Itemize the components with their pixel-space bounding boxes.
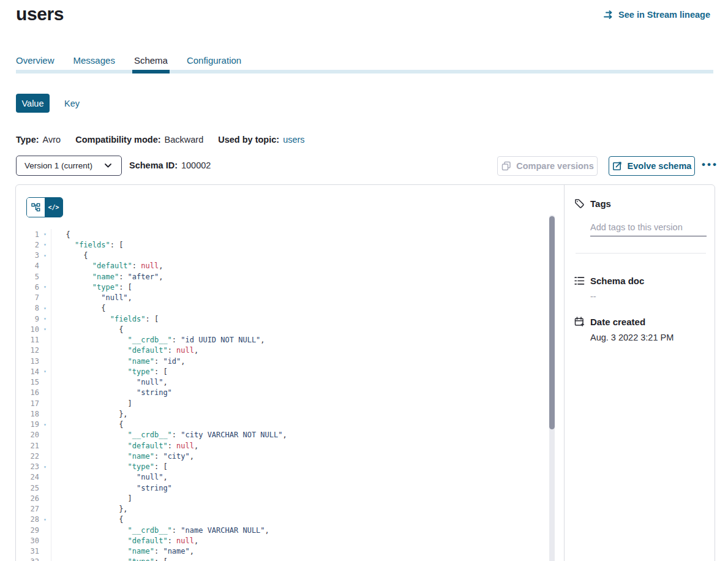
fold-toggle-icon[interactable]: ▾ xyxy=(39,366,51,377)
code-line: 20 "__crdb__": "city VARCHAR NOT NULL", xyxy=(16,430,564,440)
tab-overview[interactable]: Overview xyxy=(16,55,54,70)
code-line: 4 "default": null, xyxy=(16,261,564,271)
evolve-schema-button[interactable]: Evolve schema xyxy=(609,156,695,176)
line-number: 10 xyxy=(16,325,39,334)
code-line: 2▾ "fields": [ xyxy=(16,239,564,250)
tab-configuration[interactable]: Configuration xyxy=(187,55,241,70)
tags-header: Tags xyxy=(574,198,707,209)
tab-messages[interactable]: Messages xyxy=(73,55,115,70)
fold-toggle-icon[interactable]: ▾ xyxy=(39,557,51,561)
schema-doc-value: -- xyxy=(590,292,707,301)
schema-doc-title: Schema doc xyxy=(590,276,644,286)
code-text: { xyxy=(51,515,123,524)
tab-schema[interactable]: Schema xyxy=(134,55,168,70)
tree-view-button[interactable] xyxy=(27,198,45,217)
code-text: "type": [ xyxy=(51,367,168,376)
line-number: 9 xyxy=(16,315,39,323)
code-text: "name": "after", xyxy=(51,273,163,281)
topic-link[interactable]: users xyxy=(283,135,304,145)
compatibility-value: Backward xyxy=(165,135,204,145)
code-text: "null", xyxy=(51,293,132,302)
code-line: 28▾ { xyxy=(16,514,564,525)
code-text: "__crdb__": "city VARCHAR NOT NULL", xyxy=(51,431,287,439)
tag-icon xyxy=(574,198,585,209)
code-line: 14▾ "type": [ xyxy=(16,366,564,377)
type-label: Type: xyxy=(16,135,39,145)
chevron-down-icon xyxy=(103,160,113,171)
schema-id-group: Schema ID: 100002 xyxy=(129,160,211,170)
schema-doc-section: Schema doc -- xyxy=(574,276,707,301)
code-text: { xyxy=(51,420,123,429)
line-number: 12 xyxy=(16,346,39,355)
type-value: Avro xyxy=(43,135,61,145)
line-number: 26 xyxy=(16,494,39,503)
line-number: 21 xyxy=(16,442,39,450)
editor-scrollbar-track[interactable] xyxy=(549,215,555,561)
line-number: 24 xyxy=(16,473,39,481)
date-created-section: Date created Aug. 3 2022 3:21 PM xyxy=(574,317,707,342)
key-tab-link[interactable]: Key xyxy=(64,99,80,108)
evolve-schema-label: Evolve schema xyxy=(628,161,692,171)
code-line: 16 "string" xyxy=(16,388,564,398)
type-group: Type: Avro xyxy=(16,135,61,145)
code-text: "type": [ xyxy=(51,283,132,292)
see-in-stream-lineage-link[interactable]: See in Stream lineage xyxy=(604,9,710,20)
line-number: 1 xyxy=(16,230,39,239)
code-text: ] xyxy=(51,494,132,503)
line-number: 23 xyxy=(16,462,39,471)
more-options-button[interactable]: ••• xyxy=(702,155,718,175)
line-number: 25 xyxy=(16,484,39,492)
version-dropdown[interactable]: Version 1 (current) xyxy=(16,156,122,176)
line-number: 4 xyxy=(16,262,39,270)
value-tab-button[interactable]: Value xyxy=(16,94,50,113)
fold-toggle-icon[interactable]: ▾ xyxy=(39,282,51,292)
line-number: 30 xyxy=(16,537,39,545)
add-tags-input[interactable] xyxy=(590,221,707,236)
line-number: 22 xyxy=(16,452,39,461)
used-by-topic-label: Used by topic: xyxy=(218,135,279,145)
code-text: { xyxy=(51,325,123,334)
code-line: 32▾ "type": [ xyxy=(16,557,564,561)
schema-sidebar: Tags Schema doc -- xyxy=(564,185,716,561)
code-text: "default": null, xyxy=(51,346,198,355)
page-title: users xyxy=(16,4,64,24)
code-text: "type": [ xyxy=(51,557,168,561)
fold-toggle-icon[interactable]: ▾ xyxy=(39,514,51,525)
code-text: "__crdb__": "name VARCHAR NULL", xyxy=(51,526,269,535)
code-text: "null", xyxy=(51,473,168,481)
fold-toggle-icon[interactable]: ▾ xyxy=(39,420,51,430)
date-created-title: Date created xyxy=(590,317,645,327)
date-created-header: Date created xyxy=(574,317,707,327)
compare-versions-button[interactable]: Compare versions xyxy=(497,156,598,176)
fold-toggle-icon[interactable]: ▾ xyxy=(39,239,51,250)
editor-scrollbar-thumb[interactable] xyxy=(549,216,555,429)
line-number: 31 xyxy=(16,547,39,555)
code-text: "null", xyxy=(51,378,168,386)
tab-underline-track xyxy=(16,70,713,73)
line-number: 19 xyxy=(16,420,39,429)
code-line: 1▾ { xyxy=(16,229,564,239)
line-number: 17 xyxy=(16,399,39,408)
list-icon xyxy=(574,276,585,286)
code-view-button[interactable]: </> xyxy=(45,198,62,217)
code-line: 11 "__crdb__": "id UUID NOT NULL", xyxy=(16,335,564,345)
code-editor[interactable]: 1▾ {2▾ "fields": [3▾ {4 "default": null,… xyxy=(16,229,564,561)
schema-panel: </> 1▾ {2▾ "fields": [3▾ {4 "default": n… xyxy=(15,184,715,561)
line-number: 8 xyxy=(16,304,39,312)
fold-toggle-icon[interactable]: ▾ xyxy=(39,324,51,334)
code-text: { xyxy=(51,304,105,312)
stream-lineage-icon xyxy=(604,9,614,20)
fold-toggle-icon[interactable]: ▾ xyxy=(39,314,51,324)
fold-toggle-icon[interactable]: ▾ xyxy=(39,303,51,314)
code-text: "name": "id", xyxy=(51,357,186,366)
line-number: 16 xyxy=(16,388,39,397)
tags-title: Tags xyxy=(590,198,611,209)
code-text: { xyxy=(51,230,70,239)
code-line: 21 "default": null, xyxy=(16,440,564,451)
fold-toggle-icon[interactable]: ▾ xyxy=(39,462,51,472)
date-created-value: Aug. 3 2022 3:21 PM xyxy=(590,333,707,342)
fold-toggle-icon[interactable]: ▾ xyxy=(39,229,51,239)
code-text: "default": null, xyxy=(51,262,163,270)
fold-toggle-icon[interactable]: ▾ xyxy=(39,250,51,261)
used-by-topic-group: Used by topic: users xyxy=(218,135,304,145)
